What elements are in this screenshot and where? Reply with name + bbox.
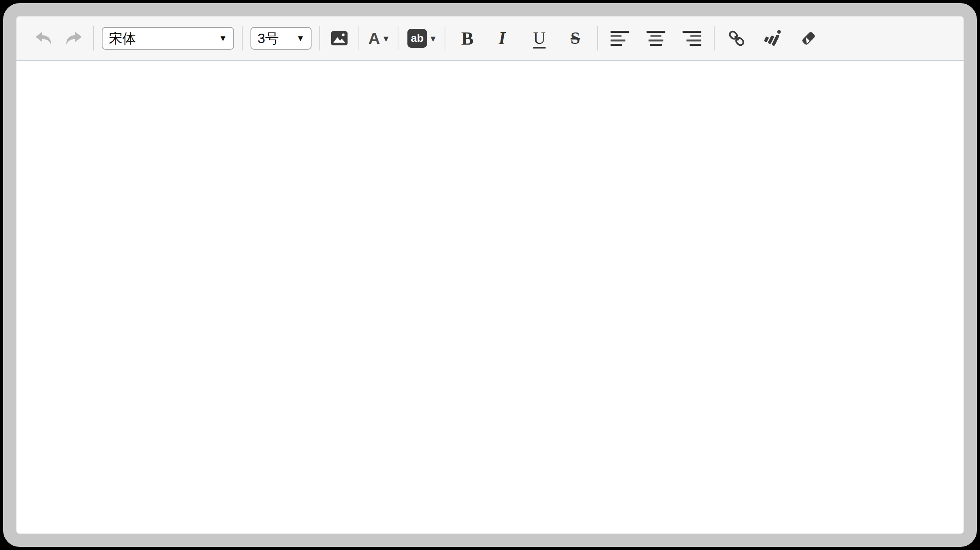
toolbar-separator bbox=[714, 26, 715, 50]
font-size-value: 3号 bbox=[258, 29, 279, 48]
highlight-color-button[interactable]: ab ▾ bbox=[407, 24, 436, 52]
font-size-select[interactable]: 3号 ▼ bbox=[250, 27, 312, 50]
eraser-icon bbox=[799, 29, 818, 48]
image-icon bbox=[330, 29, 349, 48]
font-family-value: 宋体 bbox=[109, 29, 136, 48]
toolbar-separator bbox=[93, 26, 94, 50]
toolbar-separator bbox=[319, 26, 320, 50]
redo-icon bbox=[64, 29, 84, 47]
toolbar-separator bbox=[242, 26, 243, 50]
insert-link-button[interactable] bbox=[726, 24, 747, 52]
text-color-label: A bbox=[368, 31, 380, 47]
bold-button[interactable]: B bbox=[457, 24, 477, 52]
toolbar-separator bbox=[445, 26, 445, 50]
redo-button[interactable] bbox=[64, 24, 84, 52]
align-right-icon bbox=[683, 31, 701, 46]
toolbar-separator bbox=[398, 26, 398, 50]
text-color-button[interactable]: A ▾ bbox=[368, 24, 389, 52]
caret-down-icon: ▾ bbox=[384, 33, 389, 43]
italic-button[interactable]: I bbox=[493, 24, 513, 52]
undo-icon bbox=[33, 29, 54, 47]
editor-content[interactable] bbox=[16, 61, 964, 534]
eraser-button[interactable] bbox=[798, 24, 819, 52]
dropdown-arrow-icon: ▼ bbox=[296, 34, 304, 43]
format-brush-button[interactable] bbox=[762, 24, 783, 52]
toolbar-separator bbox=[358, 26, 359, 50]
strikethrough-button[interactable]: S bbox=[565, 24, 585, 52]
italic-label: I bbox=[499, 29, 508, 47]
editor-window: 宋体 ▼ 3号 ▼ bbox=[3, 3, 977, 547]
bold-label: B bbox=[461, 29, 473, 48]
underline-button[interactable]: U bbox=[529, 24, 549, 52]
align-left-icon bbox=[611, 31, 629, 46]
strikethrough-label: S bbox=[571, 30, 580, 47]
undo-button[interactable] bbox=[33, 24, 54, 52]
align-center-icon bbox=[647, 31, 665, 46]
font-family-select[interactable]: 宋体 ▼ bbox=[102, 27, 234, 50]
underline-label: U bbox=[533, 30, 546, 47]
align-left-button[interactable] bbox=[610, 24, 630, 52]
caret-down-icon: ▾ bbox=[431, 33, 436, 43]
insert-image-button[interactable] bbox=[329, 24, 349, 52]
toolbar-separator bbox=[597, 26, 598, 50]
align-center-button[interactable] bbox=[646, 24, 666, 52]
editor-toolbar: 宋体 ▼ 3号 ▼ bbox=[16, 16, 964, 61]
align-right-button[interactable] bbox=[682, 24, 702, 52]
link-icon bbox=[727, 29, 746, 48]
brush-icon bbox=[763, 29, 782, 48]
dropdown-arrow-icon: ▼ bbox=[219, 34, 227, 43]
highlight-icon: ab bbox=[407, 29, 427, 48]
